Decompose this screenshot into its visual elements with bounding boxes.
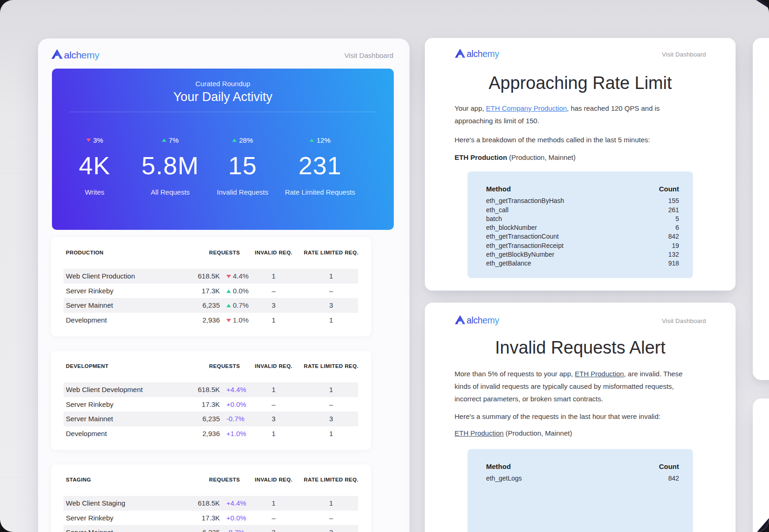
- email-preview-canvas: alchemy Visit Dashboard Curated Roundup …: [0, 0, 769, 532]
- down-triangle-icon: [86, 139, 91, 142]
- table-row: Server Mainnet 6,235 0.7% 3 3: [51, 298, 371, 313]
- svg-text:alchemy: alchemy: [467, 49, 500, 59]
- clipped-card-peek: [753, 399, 769, 532]
- method-row: eth_getTransactionReceipt19: [468, 241, 693, 250]
- column-header-rate: RATE LIMITED REQ.: [304, 477, 359, 482]
- dark-logo-fragment: [756, 0, 769, 8]
- table-row: Server Mainnet 6,235 -0.7% 3 3: [51, 525, 371, 532]
- method-count-table: MethodCount eth_getTransactionByHash155 …: [468, 171, 693, 278]
- alchemy-logo-icon: alchemy: [455, 315, 511, 327]
- column-header-rate: RATE LIMITED REQ.: [304, 250, 359, 255]
- table-row: Server Mainnet 6,235 -0.7% 3 3: [51, 412, 371, 426]
- stat-value: 4K: [79, 151, 110, 180]
- breakdown-line: Here's a breakdown of the methods called…: [455, 133, 698, 146]
- table-group-label: STAGING: [66, 477, 91, 482]
- app-link[interactable]: ETH Production: [455, 429, 504, 437]
- table-row: Server Rinkeby 17.3K +0.0% – –: [51, 511, 371, 526]
- dark-logo-fragment: [757, 518, 769, 532]
- method-row: eth_getBalance918: [468, 259, 693, 268]
- method-table-header: MethodCount: [468, 462, 693, 471]
- method-row: eth_getTransactionByHash155: [468, 196, 693, 205]
- summary-line: Here's a summary of the requests in the …: [455, 410, 698, 423]
- alchemy-logo-icon: alchemy: [51, 49, 112, 62]
- production-table: PRODUCTION REQUESTS INVALID REQ. RATE LI…: [51, 237, 371, 336]
- daily-activity-card: alchemy Visit Dashboard Curated Roundup …: [38, 38, 410, 532]
- up-triangle-icon: [162, 139, 167, 142]
- method-row: eth_getTransactionCount842: [468, 232, 693, 241]
- table-group-label: DEVELOPMENT: [66, 363, 109, 369]
- app-link[interactable]: ETH Company Production: [486, 104, 567, 112]
- method-table-header: MethodCount: [468, 184, 693, 193]
- card-header: alchemy Visit Dashboard: [455, 47, 706, 61]
- invalid-requests-card: alchemy Visit Dashboard Invalid Requests…: [425, 303, 736, 532]
- method-row: eth_getLogs842: [468, 474, 693, 483]
- visit-dashboard-link[interactable]: Visit Dashboard: [344, 51, 393, 59]
- stat-label: Writes: [79, 188, 110, 196]
- stat-label: All Requests: [141, 188, 199, 196]
- method-count-table: MethodCount eth_getLogs842: [468, 449, 693, 532]
- method-row: eth_call261: [468, 206, 693, 215]
- column-header-requests: REQUESTS: [209, 477, 240, 482]
- svg-text:alchemy: alchemy: [467, 315, 500, 325]
- stat-writes: 3% 4K Writes: [79, 136, 110, 196]
- alchemy-logo-icon: alchemy: [455, 48, 511, 60]
- stat-label: Rate Limited Requests: [285, 188, 355, 196]
- table-row: Web Client Staging 618.5K +4.4% 1 1: [51, 496, 371, 511]
- method-row: eth_getBlockByNumber132: [468, 250, 693, 259]
- column-header-invalid: INVALID REQ.: [255, 250, 292, 255]
- banner-title: Your Daily Activity: [52, 89, 394, 105]
- up-triangle-icon: [226, 304, 231, 307]
- banner-divider: [70, 112, 376, 112]
- visit-dashboard-link[interactable]: Visit Dashboard: [662, 51, 706, 58]
- app-name: ETH Production: [455, 153, 507, 161]
- stat-value: 15: [217, 151, 269, 180]
- banner-kicker: Curated Roundup: [52, 80, 394, 88]
- app-line: ETH Production (Production, Mainnet): [455, 427, 698, 439]
- table-row: Development 2,936 1.0% 1 1: [51, 313, 371, 328]
- table-row: Server Rinkeby 17.3K +0.0% – –: [51, 397, 371, 412]
- method-row: batch5: [468, 215, 693, 223]
- table-row: Web Client Production 618.5K 4.4% 1 1: [51, 269, 371, 284]
- table-row: Development 2,936 +1.0% 1 1: [51, 426, 371, 441]
- visit-dashboard-link[interactable]: Visit Dashboard: [662, 317, 706, 324]
- column-header-rate: RATE LIMITED REQ.: [304, 363, 359, 369]
- down-triangle-icon: [226, 275, 231, 278]
- app-link[interactable]: ETH Production: [575, 370, 624, 378]
- table-row: Web Client Development 618.5K +4.4% 1 1: [51, 382, 371, 397]
- intro-paragraph: Your app, ETH Company Production, has re…: [455, 102, 698, 127]
- down-triangle-icon: [226, 319, 231, 322]
- column-header-invalid: INVALID REQ.: [255, 363, 292, 369]
- stat-value: 231: [285, 151, 355, 180]
- staging-table: STAGING REQUESTS INVALID REQ. RATE LIMIT…: [51, 464, 371, 532]
- table-group-label: PRODUCTION: [66, 250, 103, 255]
- up-triangle-icon: [232, 139, 237, 142]
- card-header: alchemy Visit Dashboard: [455, 314, 706, 328]
- column-header-requests: REQUESTS: [209, 250, 240, 255]
- card-title: Invalid Requests Alert: [425, 338, 736, 358]
- card-title: Approaching Rate Limit: [425, 73, 736, 93]
- up-triangle-icon: [226, 290, 231, 293]
- clipped-card-peek: [753, 38, 769, 380]
- up-triangle-icon: [309, 139, 314, 142]
- rate-limit-card: alchemy Visit Dashboard Approaching Rate…: [425, 38, 736, 291]
- svg-text:alchemy: alchemy: [64, 50, 100, 60]
- table-row: Server Rinkeby 17.3K 0.0% – –: [51, 284, 371, 298]
- intro-paragraph: More than 5% of requests to your app, ET…: [455, 367, 692, 405]
- stat-label: Invalid Requests: [217, 188, 269, 196]
- card-header: alchemy Visit Dashboard: [51, 48, 393, 63]
- daily-activity-banner: Curated Roundup Your Daily Activity 3% 4…: [52, 69, 394, 230]
- stat-value: 5.8M: [141, 151, 199, 180]
- method-row: eth_blockNumber6: [468, 223, 693, 232]
- stat-invalid-requests: 28% 15 Invalid Requests: [217, 136, 269, 196]
- column-header-invalid: INVALID REQ.: [255, 477, 292, 482]
- development-table: DEVELOPMENT REQUESTS INVALID REQ. RATE L…: [51, 351, 371, 450]
- stat-rate-limited: 12% 231 Rate Limited Requests: [285, 136, 355, 196]
- stat-all-requests: 7% 5.8M All Requests: [141, 136, 199, 196]
- column-header-requests: REQUESTS: [209, 363, 240, 369]
- app-line: ETH Production (Production, Mainnet): [455, 151, 698, 164]
